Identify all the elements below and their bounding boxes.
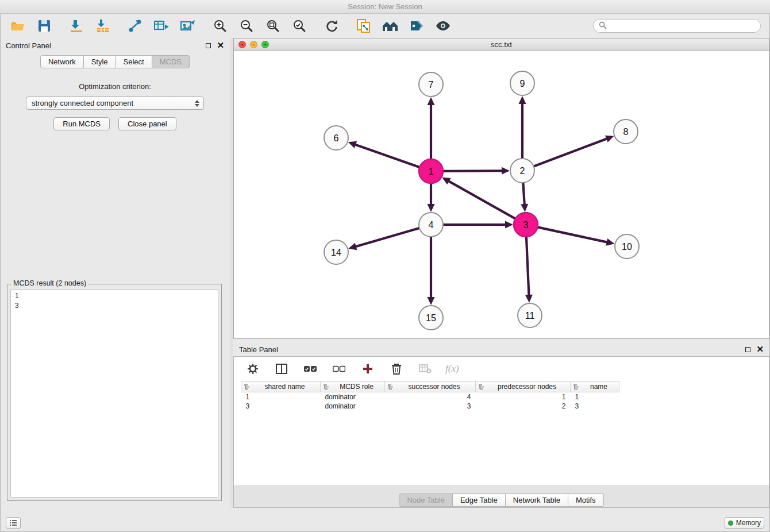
close-panel-icon[interactable]: ✕ — [217, 41, 224, 49]
minimize-window-icon[interactable]: − — [250, 41, 257, 48]
float-table-panel-icon[interactable] — [745, 347, 750, 352]
graph-edge[interactable] — [444, 171, 502, 171]
optimization-select-value: strongly connected component — [32, 99, 194, 107]
first-neighbors-icon[interactable] — [382, 17, 399, 34]
clone-network-icon[interactable] — [355, 17, 372, 34]
tab-select[interactable]: Select — [116, 55, 152, 68]
table-row[interactable]: 1dominator411 — [241, 392, 619, 402]
graph-edge-arrowhead — [606, 238, 614, 246]
graph-edge[interactable] — [538, 228, 607, 242]
search-box[interactable] — [593, 19, 761, 33]
open-session-icon[interactable] — [9, 17, 26, 34]
search-input[interactable] — [610, 21, 755, 31]
table-row[interactable]: 3dominator323 — [241, 402, 619, 411]
task-history-button[interactable] — [6, 517, 21, 529]
share-network-icon[interactable] — [126, 17, 144, 34]
control-panel: Control Panel ✕ Network Style Select MCD… — [0, 38, 230, 508]
tab-network-table[interactable]: Network Table — [506, 494, 568, 507]
table-panel-header: Table Panel ✕ — [233, 342, 769, 357]
graph-edge[interactable] — [526, 237, 529, 295]
table-cell[interactable]: 3 — [571, 402, 619, 411]
close-table-panel-icon[interactable]: ✕ — [756, 345, 764, 353]
mcds-result-group: MCDS result (2 nodes) 1 3 — [7, 284, 222, 501]
table-cell[interactable]: dominator — [321, 392, 385, 402]
show-hide-icon[interactable] — [434, 17, 452, 34]
table-panel-title: Table Panel — [239, 345, 740, 354]
create-column-icon[interactable] — [359, 360, 376, 377]
column-header-shared-name[interactable]: shared name — [241, 381, 321, 392]
column-header-successor-nodes[interactable]: successor nodes — [385, 381, 476, 392]
save-session-icon[interactable] — [36, 17, 53, 34]
table-cell[interactable]: 4 — [385, 392, 476, 402]
table-cell[interactable]: 3 — [385, 402, 476, 411]
run-mcds-button[interactable]: Run MCDS — [53, 117, 110, 130]
mcds-result-title: MCDS result (2 nodes) — [11, 279, 88, 287]
tab-network[interactable]: Network — [40, 55, 84, 68]
graph-node-label: 4 — [429, 220, 434, 230]
export-image-icon[interactable] — [179, 17, 197, 34]
function-builder-icon[interactable]: f(x) — [445, 363, 459, 375]
deselect-all-columns-icon[interactable] — [330, 360, 348, 377]
tab-node-table[interactable]: Node Table — [399, 494, 453, 507]
window-titlebar: Session: New Session — [0, 0, 770, 14]
delete-table-icon[interactable] — [417, 360, 434, 377]
table-header-row: shared name MCDS role successor nodes pr… — [241, 381, 619, 392]
column-header-mcds-role[interactable]: MCDS role — [321, 381, 385, 392]
main-toolbar — [0, 14, 770, 37]
column-header-predecessor-nodes[interactable]: predecessor nodes — [476, 381, 571, 392]
network-canvas[interactable]: 7968124314101511 — [234, 51, 769, 338]
graph-edge[interactable] — [523, 183, 524, 204]
table-cell[interactable]: dominator — [321, 402, 385, 411]
graph-node-label: 11 — [525, 311, 535, 321]
zoom-in-icon[interactable] — [211, 17, 229, 34]
table-cell[interactable]: 1 — [571, 392, 619, 402]
column-sort-icon — [323, 384, 329, 392]
app-window: { "window": { "title": "Session: New Ses… — [0, 0, 770, 532]
set-visual-style-icon[interactable] — [408, 17, 425, 34]
refresh-icon[interactable] — [323, 17, 340, 34]
table-tabs-strip: Node Table Edge Table Network Table Moti… — [234, 485, 769, 507]
zoom-out-icon[interactable] — [238, 17, 255, 34]
delete-column-icon[interactable] — [388, 360, 405, 377]
select-all-columns-icon[interactable] — [302, 360, 319, 377]
network-window-title: scc.txt — [491, 40, 512, 49]
tab-mcds[interactable]: MCDS — [152, 55, 190, 68]
graph-edge[interactable] — [534, 139, 607, 167]
table-cell[interactable]: 2 — [476, 402, 571, 411]
close-panel-button[interactable]: Close panel — [118, 117, 176, 130]
column-sort-icon — [478, 384, 484, 392]
tab-motifs[interactable]: Motifs — [568, 494, 604, 507]
column-sort-icon — [573, 384, 579, 392]
show-columns-icon[interactable] — [273, 360, 290, 377]
column-sort-icon — [387, 384, 394, 392]
table-cell[interactable]: 3 — [241, 402, 321, 411]
zoom-fit-icon[interactable] — [264, 17, 282, 34]
select-stepper-icon — [194, 100, 201, 107]
graph-node-label: 15 — [426, 313, 436, 323]
table-cell[interactable]: 1 — [241, 392, 321, 402]
graph-edge[interactable] — [449, 182, 514, 219]
memory-button[interactable]: Memory — [725, 517, 764, 529]
graph-edge[interactable] — [356, 228, 419, 246]
table-cell[interactable]: 1 — [476, 392, 571, 402]
memory-label: Memory — [736, 519, 761, 527]
maximize-window-icon[interactable]: + — [261, 41, 269, 48]
import-table-icon[interactable] — [94, 17, 111, 34]
graph-node-label: 3 — [523, 220, 529, 230]
column-header-name[interactable]: name — [571, 381, 619, 392]
graph-edge[interactable] — [356, 145, 419, 167]
graph-edge-arrowhead — [348, 243, 357, 250]
column-sort-icon — [244, 384, 250, 392]
tab-edge-table[interactable]: Edge Table — [453, 494, 506, 507]
optimization-select[interactable]: strongly connected component — [26, 97, 204, 110]
float-panel-icon[interactable] — [206, 43, 211, 48]
tab-style[interactable]: Style — [84, 55, 116, 68]
network-table-icon[interactable] — [153, 17, 170, 34]
zoom-selected-icon[interactable] — [291, 17, 308, 34]
table-settings-gear-icon[interactable] — [244, 360, 261, 377]
network-window: × − + scc.txt 7968124314101511 — [233, 38, 769, 339]
graph-node-label: 14 — [331, 248, 341, 257]
close-window-icon[interactable]: × — [238, 41, 246, 48]
graph-node-label: 8 — [623, 127, 629, 137]
import-network-icon[interactable] — [68, 17, 85, 34]
